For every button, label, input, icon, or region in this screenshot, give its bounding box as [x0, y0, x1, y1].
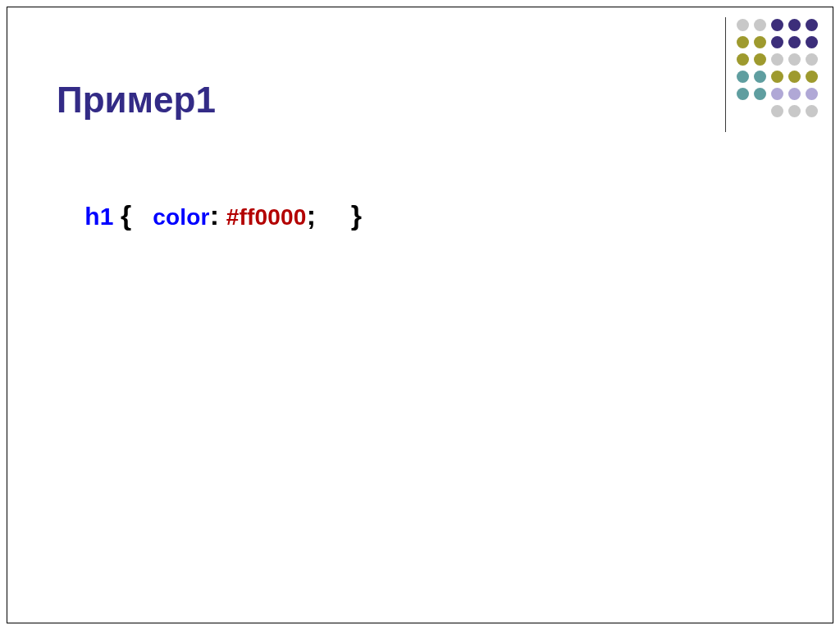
- code-example: h1 { color: #ff0000; }: [57, 171, 362, 259]
- slide-frame: Пример1 h1 { color: #ff0000; }: [7, 7, 833, 623]
- colon: :: [210, 199, 220, 231]
- css-property: color: [153, 204, 209, 230]
- css-value: #ff0000: [226, 204, 307, 230]
- css-selector: h1: [84, 203, 113, 230]
- semicolon: ;: [307, 199, 317, 231]
- slide-title: Пример1: [57, 80, 216, 121]
- brace-open: {: [121, 199, 131, 231]
- divider-line: [725, 17, 726, 132]
- brace-close: }: [351, 199, 362, 231]
- dot-matrix-icon: [737, 19, 818, 117]
